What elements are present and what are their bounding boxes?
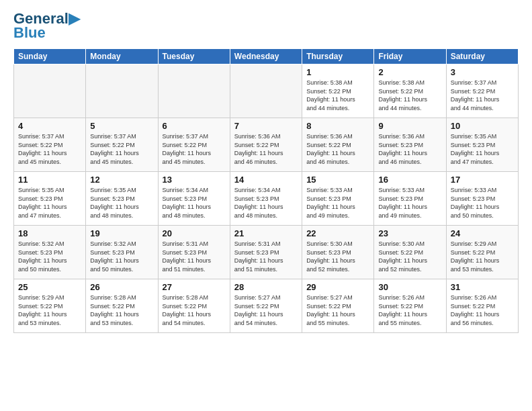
calendar-cell: 7Sunrise: 5:36 AM Sunset: 5:22 PM Daylig… (230, 118, 302, 172)
day-number: 11 (18, 175, 81, 185)
calendar-table: SundayMondayTuesdayWednesdayThursdayFrid… (13, 48, 519, 333)
calendar-cell: 4Sunrise: 5:37 AM Sunset: 5:22 PM Daylig… (14, 118, 86, 172)
calendar-cell: 12Sunrise: 5:35 AM Sunset: 5:23 PM Dayli… (86, 172, 158, 226)
day-info: Sunrise: 5:37 AM Sunset: 5:22 PM Dayligh… (163, 132, 226, 166)
day-header-wednesday: Wednesday (230, 49, 302, 64)
calendar-cell: 17Sunrise: 5:33 AM Sunset: 5:23 PM Dayli… (446, 172, 518, 226)
day-info: Sunrise: 5:38 AM Sunset: 5:22 PM Dayligh… (306, 79, 369, 112)
day-info: Sunrise: 5:35 AM Sunset: 5:23 PM Dayligh… (90, 186, 153, 220)
day-number: 12 (90, 175, 153, 185)
day-number: 18 (18, 228, 81, 238)
day-info: Sunrise: 5:28 AM Sunset: 5:22 PM Dayligh… (90, 293, 153, 327)
day-header-tuesday: Tuesday (158, 49, 230, 64)
calendar-cell: 25Sunrise: 5:29 AM Sunset: 5:22 PM Dayli… (14, 279, 86, 333)
day-number: 19 (90, 228, 153, 238)
calendar-week-4: 18Sunrise: 5:32 AM Sunset: 5:23 PM Dayli… (14, 226, 519, 279)
day-info: Sunrise: 5:32 AM Sunset: 5:23 PM Dayligh… (18, 240, 81, 273)
page: General▶ Blue SundayMondayTuesdayWednesd… (0, 0, 532, 340)
day-info: Sunrise: 5:34 AM Sunset: 5:23 PM Dayligh… (234, 186, 298, 220)
calendar-header-row: SundayMondayTuesdayWednesdayThursdayFrid… (14, 49, 519, 64)
day-info: Sunrise: 5:36 AM Sunset: 5:23 PM Dayligh… (378, 132, 441, 166)
day-info: Sunrise: 5:36 AM Sunset: 5:22 PM Dayligh… (306, 132, 369, 166)
day-number: 6 (163, 121, 226, 131)
calendar-cell: 1Sunrise: 5:38 AM Sunset: 5:22 PM Daylig… (302, 64, 374, 118)
day-info: Sunrise: 5:36 AM Sunset: 5:22 PM Dayligh… (234, 132, 298, 166)
calendar-cell: 14Sunrise: 5:34 AM Sunset: 5:23 PM Dayli… (230, 172, 302, 226)
calendar-cell: 22Sunrise: 5:30 AM Sunset: 5:23 PM Dayli… (302, 226, 374, 279)
calendar-cell: 30Sunrise: 5:26 AM Sunset: 5:22 PM Dayli… (374, 279, 446, 333)
calendar-cell: 3Sunrise: 5:37 AM Sunset: 5:22 PM Daylig… (446, 64, 518, 118)
day-header-monday: Monday (86, 49, 158, 64)
day-number: 24 (451, 228, 514, 238)
calendar-cell: 6Sunrise: 5:37 AM Sunset: 5:22 PM Daylig… (158, 118, 230, 172)
day-number: 16 (378, 175, 441, 185)
day-header-thursday: Thursday (302, 49, 374, 64)
day-info: Sunrise: 5:35 AM Sunset: 5:23 PM Dayligh… (18, 186, 81, 220)
calendar-cell (14, 64, 86, 118)
calendar-cell: 16Sunrise: 5:33 AM Sunset: 5:23 PM Dayli… (374, 172, 446, 226)
day-info: Sunrise: 5:37 AM Sunset: 5:22 PM Dayligh… (90, 132, 153, 166)
calendar-cell: 26Sunrise: 5:28 AM Sunset: 5:22 PM Dayli… (86, 279, 158, 333)
day-number: 9 (378, 121, 441, 131)
logo: General▶ Blue (13, 11, 80, 42)
calendar-cell (158, 64, 230, 118)
day-info: Sunrise: 5:29 AM Sunset: 5:22 PM Dayligh… (451, 240, 514, 273)
day-info: Sunrise: 5:37 AM Sunset: 5:22 PM Dayligh… (18, 132, 81, 166)
calendar-cell: 10Sunrise: 5:35 AM Sunset: 5:23 PM Dayli… (446, 118, 518, 172)
calendar-cell: 2Sunrise: 5:38 AM Sunset: 5:22 PM Daylig… (374, 64, 446, 118)
calendar-cell: 27Sunrise: 5:28 AM Sunset: 5:22 PM Dayli… (158, 279, 230, 333)
calendar-cell: 9Sunrise: 5:36 AM Sunset: 5:23 PM Daylig… (374, 118, 446, 172)
calendar-cell: 29Sunrise: 5:27 AM Sunset: 5:22 PM Dayli… (302, 279, 374, 333)
day-number: 14 (234, 175, 298, 185)
day-number: 28 (234, 282, 298, 292)
day-info: Sunrise: 5:31 AM Sunset: 5:23 PM Dayligh… (234, 240, 298, 273)
day-number: 22 (306, 228, 369, 238)
day-info: Sunrise: 5:26 AM Sunset: 5:22 PM Dayligh… (451, 293, 514, 327)
day-header-saturday: Saturday (446, 49, 518, 64)
day-info: Sunrise: 5:37 AM Sunset: 5:22 PM Dayligh… (451, 79, 514, 112)
day-info: Sunrise: 5:33 AM Sunset: 5:23 PM Dayligh… (306, 186, 369, 220)
day-info: Sunrise: 5:31 AM Sunset: 5:23 PM Dayligh… (163, 240, 226, 273)
calendar-cell: 15Sunrise: 5:33 AM Sunset: 5:23 PM Dayli… (302, 172, 374, 226)
logo-blue: Blue (13, 24, 46, 42)
day-info: Sunrise: 5:33 AM Sunset: 5:23 PM Dayligh… (378, 186, 441, 220)
calendar-cell: 24Sunrise: 5:29 AM Sunset: 5:22 PM Dayli… (446, 226, 518, 279)
day-info: Sunrise: 5:32 AM Sunset: 5:23 PM Dayligh… (90, 240, 153, 273)
day-number: 3 (451, 67, 514, 77)
header: General▶ Blue (13, 11, 519, 42)
day-number: 10 (451, 121, 514, 131)
day-number: 13 (163, 175, 226, 185)
day-info: Sunrise: 5:30 AM Sunset: 5:22 PM Dayligh… (378, 240, 441, 273)
day-number: 27 (163, 282, 226, 292)
calendar-week-5: 25Sunrise: 5:29 AM Sunset: 5:22 PM Dayli… (14, 279, 519, 333)
calendar-cell: 19Sunrise: 5:32 AM Sunset: 5:23 PM Dayli… (86, 226, 158, 279)
calendar-cell: 20Sunrise: 5:31 AM Sunset: 5:23 PM Dayli… (158, 226, 230, 279)
day-info: Sunrise: 5:27 AM Sunset: 5:22 PM Dayligh… (306, 293, 369, 327)
calendar-cell (86, 64, 158, 118)
calendar-cell: 13Sunrise: 5:34 AM Sunset: 5:23 PM Dayli… (158, 172, 230, 226)
day-info: Sunrise: 5:30 AM Sunset: 5:23 PM Dayligh… (306, 240, 369, 273)
day-number: 21 (234, 228, 298, 238)
calendar-cell: 21Sunrise: 5:31 AM Sunset: 5:23 PM Dayli… (230, 226, 302, 279)
day-number: 5 (90, 121, 153, 131)
day-number: 7 (234, 121, 298, 131)
calendar-cell: 31Sunrise: 5:26 AM Sunset: 5:22 PM Dayli… (446, 279, 518, 333)
day-header-sunday: Sunday (14, 49, 86, 64)
calendar-cell: 18Sunrise: 5:32 AM Sunset: 5:23 PM Dayli… (14, 226, 86, 279)
calendar-week-2: 4Sunrise: 5:37 AM Sunset: 5:22 PM Daylig… (14, 118, 519, 172)
day-info: Sunrise: 5:28 AM Sunset: 5:22 PM Dayligh… (163, 293, 226, 327)
calendar-week-1: 1Sunrise: 5:38 AM Sunset: 5:22 PM Daylig… (14, 64, 519, 118)
day-number: 31 (451, 282, 514, 292)
day-header-friday: Friday (374, 49, 446, 64)
calendar-cell: 28Sunrise: 5:27 AM Sunset: 5:22 PM Dayli… (230, 279, 302, 333)
day-number: 26 (90, 282, 153, 292)
day-number: 30 (378, 282, 441, 292)
day-info: Sunrise: 5:26 AM Sunset: 5:22 PM Dayligh… (378, 293, 441, 327)
calendar-week-3: 11Sunrise: 5:35 AM Sunset: 5:23 PM Dayli… (14, 172, 519, 226)
day-info: Sunrise: 5:33 AM Sunset: 5:23 PM Dayligh… (451, 186, 514, 220)
day-number: 17 (451, 175, 514, 185)
day-info: Sunrise: 5:34 AM Sunset: 5:23 PM Dayligh… (163, 186, 226, 220)
day-info: Sunrise: 5:29 AM Sunset: 5:22 PM Dayligh… (18, 293, 81, 327)
day-info: Sunrise: 5:27 AM Sunset: 5:22 PM Dayligh… (234, 293, 298, 327)
day-info: Sunrise: 5:38 AM Sunset: 5:22 PM Dayligh… (378, 79, 441, 112)
